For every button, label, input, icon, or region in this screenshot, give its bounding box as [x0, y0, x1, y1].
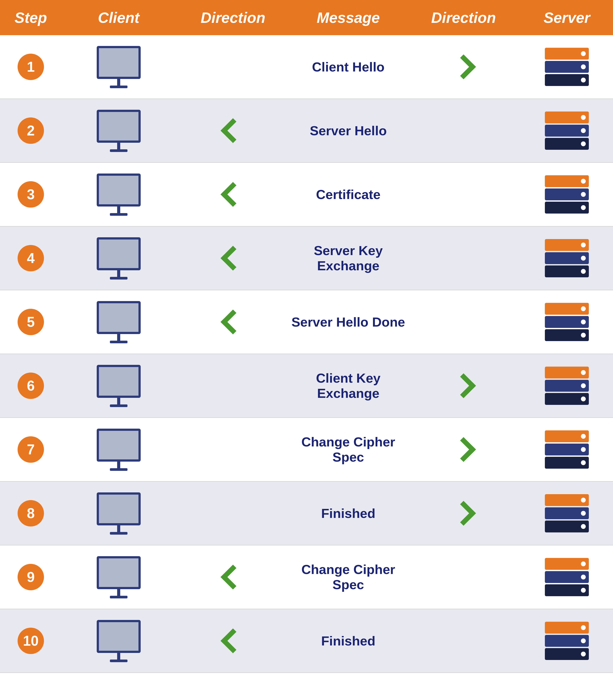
monitor-base — [117, 462, 120, 468]
monitor-stand — [110, 277, 128, 280]
client-cell — [62, 99, 176, 162]
server-dot — [581, 434, 586, 439]
step-badge: 7 — [17, 436, 44, 463]
monitor-stand — [110, 468, 128, 471]
message-cell: Server Key Exchange — [290, 227, 406, 290]
server-icon — [545, 239, 589, 277]
monitor-base — [117, 653, 120, 660]
message-cell: Finished — [290, 482, 406, 545]
step-badge: 10 — [17, 628, 44, 654]
message-cell: Client Hello — [290, 35, 406, 99]
server-rack-mid — [545, 316, 589, 328]
client-cell — [62, 418, 176, 481]
message-cell: Change Cipher Spec — [290, 418, 406, 481]
server-dot — [581, 383, 586, 388]
server-cell — [521, 354, 613, 417]
monitor-base — [117, 79, 120, 86]
message-text: Change Cipher Spec — [290, 562, 406, 592]
server-dot — [581, 511, 586, 516]
server-icon — [545, 494, 589, 532]
client-cell — [62, 290, 176, 354]
server-cell — [521, 482, 613, 545]
direction1-cell — [176, 163, 290, 226]
server-rack-mid — [545, 61, 589, 73]
table-row: 9 Change Cipher Spec — [0, 545, 613, 609]
server-rack-top — [545, 558, 589, 570]
server-rack-top — [545, 367, 589, 379]
monitor-screen — [97, 365, 141, 398]
monitor-icon — [97, 110, 141, 152]
server-dot — [581, 243, 586, 247]
server-dot — [581, 588, 586, 593]
step-cell: 9 — [0, 545, 62, 609]
server-dot — [581, 460, 586, 465]
step-cell: 4 — [0, 227, 62, 290]
server-dot — [581, 575, 586, 580]
message-text: Finished — [321, 506, 375, 521]
main-table: Step Client Direction Message Direction … — [0, 0, 613, 673]
server-dot — [581, 192, 586, 197]
step-badge: 5 — [17, 309, 44, 335]
direction1-cell — [176, 418, 290, 481]
table-row: 2 Server Hello — [0, 99, 613, 163]
step-badge: 1 — [17, 54, 44, 80]
monitor-base — [117, 206, 120, 213]
step-cell: 6 — [0, 354, 62, 417]
server-rack-top — [545, 430, 589, 442]
table-row: 7 Change Cipher Spec — [0, 418, 613, 482]
direction2-cell — [406, 354, 521, 417]
server-dot — [581, 256, 586, 260]
server-dot — [581, 333, 586, 338]
monitor-icon — [97, 493, 141, 534]
header-step: Step — [0, 9, 62, 26]
client-cell — [62, 227, 176, 290]
server-dot — [581, 306, 586, 311]
monitor-stand — [110, 86, 128, 88]
monitor-screen — [97, 237, 141, 270]
server-icon — [545, 48, 589, 86]
server-rack-bot — [545, 457, 589, 469]
message-text: Server Key Exchange — [290, 243, 406, 273]
arrow-left-icon — [220, 564, 245, 589]
server-cell — [521, 545, 613, 609]
server-rack-bot — [545, 584, 589, 596]
arrow-right-icon — [451, 54, 476, 79]
step-badge: 4 — [17, 245, 44, 271]
message-text: Finished — [321, 633, 375, 649]
server-dot — [581, 51, 586, 56]
table-row: 10 Finished — [0, 609, 613, 673]
monitor-screen — [97, 493, 141, 525]
monitor-stand — [110, 532, 128, 535]
server-dot — [581, 652, 586, 657]
server-rack-bot — [545, 138, 589, 150]
server-cell — [521, 99, 613, 162]
server-rack-top — [545, 112, 589, 123]
server-rack-mid — [545, 507, 589, 519]
direction2-cell — [406, 163, 521, 226]
message-text: Server Hello — [310, 123, 387, 138]
client-cell — [62, 482, 176, 545]
server-cell — [521, 35, 613, 99]
server-rack-mid — [545, 252, 589, 264]
server-icon — [545, 430, 589, 469]
server-dot — [581, 498, 586, 502]
server-rack-bot — [545, 74, 589, 86]
step-cell: 8 — [0, 482, 62, 545]
server-cell — [521, 418, 613, 481]
table-row: 6 Client Key Exchange — [0, 354, 613, 418]
monitor-base — [117, 398, 120, 405]
direction1-cell — [176, 99, 290, 162]
step-cell: 3 — [0, 163, 62, 226]
monitor-stand — [110, 213, 128, 216]
server-dot — [581, 561, 586, 566]
step-badge: 9 — [17, 564, 44, 590]
server-icon — [545, 175, 589, 214]
direction2-cell — [406, 290, 521, 354]
table-row: 3 Certificate — [0, 163, 613, 227]
arrow-left-icon — [220, 309, 245, 334]
monitor-stand — [110, 341, 128, 343]
table-row: 5 Server Hello Done — [0, 290, 613, 354]
server-rack-mid — [545, 125, 589, 137]
message-text: Change Cipher Spec — [290, 434, 406, 465]
table-row: 1 Client Hello — [0, 35, 613, 99]
